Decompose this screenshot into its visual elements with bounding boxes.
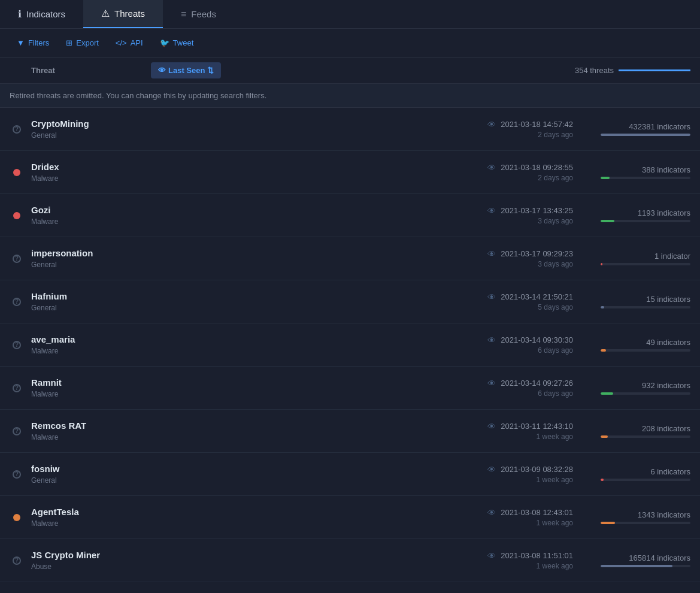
risk-dot-red <box>13 169 20 176</box>
table-row[interactable]: Gozi Malware 👁 2021-03-17 13:43:25 3 day… <box>0 194 700 237</box>
seen-ago: 1 week ago <box>537 432 573 441</box>
tweet-button[interactable]: 🐦 Tweet <box>153 35 201 51</box>
threat-name: AgentTesla <box>31 507 453 517</box>
eye-icon: 👁 <box>487 422 496 431</box>
table-row[interactable]: ? Hafnium General 👁 2021-03-14 21:50:21 … <box>0 280 700 323</box>
toolbar: ▼ Filters ⊞ Export </> API 🐦 Tweet <box>0 29 700 58</box>
seen-row: 👁 2021-03-17 09:29:23 <box>487 249 573 259</box>
nav-feeds-label: Feeds <box>191 9 216 19</box>
indicators-container: 1 indicator <box>583 252 690 265</box>
threat-name: Ramnit <box>31 377 453 388</box>
threat-name: Remcos RAT <box>31 420 453 431</box>
table-row[interactable]: ? Remcos RAT Malware 👁 2021-03-11 12:43:… <box>0 410 700 453</box>
seen-date: 2021-03-09 08:32:28 <box>501 465 573 474</box>
eye-icon: 👁 <box>487 508 496 518</box>
nav-indicators[interactable]: ℹ Indicators <box>0 0 83 28</box>
nav-threats[interactable]: ⚠ Threats <box>83 0 163 28</box>
seen-date: 2021-03-14 09:30:30 <box>501 335 573 344</box>
col-threat-header: Threat <box>31 66 151 75</box>
col-lastseen-header[interactable]: 👁 Last Seen ⇅ <box>151 62 221 78</box>
filters-button[interactable]: ▼ Filters <box>10 35 56 51</box>
risk-unknown: ? <box>13 470 21 479</box>
threat-seen: 👁 2021-03-17 13:43:25 3 days ago <box>453 206 573 225</box>
indicators-count: 932 indicators <box>642 381 690 390</box>
threat-name: impersonation <box>31 248 453 258</box>
risk-indicator: ? <box>10 427 24 435</box>
table-row[interactable]: ? CryptoMining General 👁 2021-03-18 14:5… <box>0 108 700 151</box>
eye-icon: 👁 <box>487 249 496 259</box>
table-row[interactable]: ? Ramnit Malware 👁 2021-03-14 09:27:26 6… <box>0 367 700 410</box>
risk-indicator <box>10 212 24 219</box>
risk-unknown: ? <box>13 427 21 435</box>
seen-container: 👁 2021-03-18 09:28:55 2 days ago <box>453 163 573 182</box>
indicator-bar-fill <box>601 392 613 395</box>
seen-row: 👁 2021-03-14 21:50:21 <box>487 292 573 302</box>
seen-row: 👁 2021-03-08 12:43:01 <box>487 508 573 518</box>
indicators-count: 1 indicator <box>654 252 690 261</box>
threat-seen: 👁 2021-03-11 12:43:10 1 week ago <box>453 422 573 441</box>
threat-info: JS Crypto Miner Abuse <box>31 550 453 571</box>
seen-date: 2021-03-17 13:43:25 <box>501 206 573 215</box>
table-row[interactable]: ? JS Crypto Miner Abuse 👁 2021-03-08 11:… <box>0 539 700 582</box>
table-row[interactable]: AgentTesla Malware 👁 2021-03-08 12:43:01… <box>0 496 700 539</box>
threat-info: Hafnium General <box>31 291 453 312</box>
seen-row: 👁 2021-03-18 14:57:42 <box>487 120 573 129</box>
table-row[interactable]: ? impersonation General 👁 2021-03-17 09:… <box>0 237 700 280</box>
threat-name: CryptoMining <box>31 119 453 129</box>
indicators-count: 208 indicators <box>642 424 690 433</box>
nav-threats-label: Threats <box>114 8 145 19</box>
indicator-bar-bg <box>601 349 690 352</box>
risk-indicator: ? <box>10 556 24 565</box>
threat-category: General <box>31 476 453 485</box>
count-label: 354 threats <box>575 66 614 75</box>
seen-container: 👁 2021-03-18 14:57:42 2 days ago <box>453 120 573 139</box>
indicators-icon: ℹ <box>18 8 22 20</box>
api-icon: </> <box>116 38 127 47</box>
seen-row: 👁 2021-03-18 09:28:55 <box>487 163 573 173</box>
count-bar <box>619 69 690 71</box>
eye-icon: 👁 <box>487 551 496 561</box>
seen-date: 2021-03-08 12:43:01 <box>501 508 573 517</box>
seen-ago: 5 days ago <box>538 303 573 311</box>
top-nav: ℹ Indicators ⚠ Threats ≡ Feeds <box>0 0 700 29</box>
risk-unknown: ? <box>13 384 21 392</box>
threat-info: AgentTesla Malware <box>31 507 453 528</box>
threat-category: Malware <box>31 519 453 528</box>
indicator-bar-bg <box>601 177 690 179</box>
table-row[interactable]: ? fosniw General 👁 2021-03-09 08:32:28 1… <box>0 453 700 496</box>
api-button[interactable]: </> API <box>108 35 150 51</box>
nav-feeds[interactable]: ≡ Feeds <box>163 0 234 28</box>
eye-icon: 👁 <box>487 163 496 173</box>
risk-dot-orange <box>13 514 20 521</box>
indicator-bar-fill <box>601 306 604 308</box>
indicators-container: 15 indicators <box>583 295 690 308</box>
indicators-container: 208 indicators <box>583 424 690 438</box>
table-row[interactable]: ? ave_maria Malware 👁 2021-03-14 09:30:3… <box>0 323 700 367</box>
lastseen-label: Last Seen <box>168 66 205 75</box>
seen-row: 👁 2021-03-08 11:51:01 <box>487 551 573 561</box>
threat-info: Remcos RAT Malware <box>31 420 453 441</box>
table-row[interactable]: Dridex Malware 👁 2021-03-18 09:28:55 2 d… <box>0 151 700 194</box>
threat-list: ? CryptoMining General 👁 2021-03-18 14:5… <box>0 108 700 582</box>
export-button[interactable]: ⊞ Export <box>59 35 106 51</box>
info-banner-text: Retired threats are omitted. You can cha… <box>10 91 266 100</box>
threat-seen: 👁 2021-03-08 12:43:01 1 week ago <box>453 508 573 527</box>
indicator-bar-fill <box>601 522 615 524</box>
tweet-label: Tweet <box>173 38 194 47</box>
threat-seen: 👁 2021-03-18 14:57:42 2 days ago <box>453 120 573 139</box>
seen-ago: 6 days ago <box>538 389 573 398</box>
risk-indicator <box>10 169 24 176</box>
risk-unknown: ? <box>13 556 21 565</box>
threat-name: Dridex <box>31 162 453 172</box>
column-headers: Threat 👁 Last Seen ⇅ 354 threats <box>0 58 700 84</box>
threat-name: Gozi <box>31 205 453 215</box>
filters-label: Filters <box>28 38 49 47</box>
indicators-container: 932 indicators <box>583 381 690 395</box>
seen-container: 👁 2021-03-14 21:50:21 5 days ago <box>453 292 573 311</box>
threat-name: ave_maria <box>31 334 453 344</box>
seen-date: 2021-03-08 11:51:01 <box>501 551 573 560</box>
threat-info: CryptoMining General <box>31 119 453 140</box>
seen-ago: 6 days ago <box>538 346 573 355</box>
indicators-container: 49 indicators <box>583 338 690 352</box>
seen-date: 2021-03-18 14:57:42 <box>501 120 573 129</box>
